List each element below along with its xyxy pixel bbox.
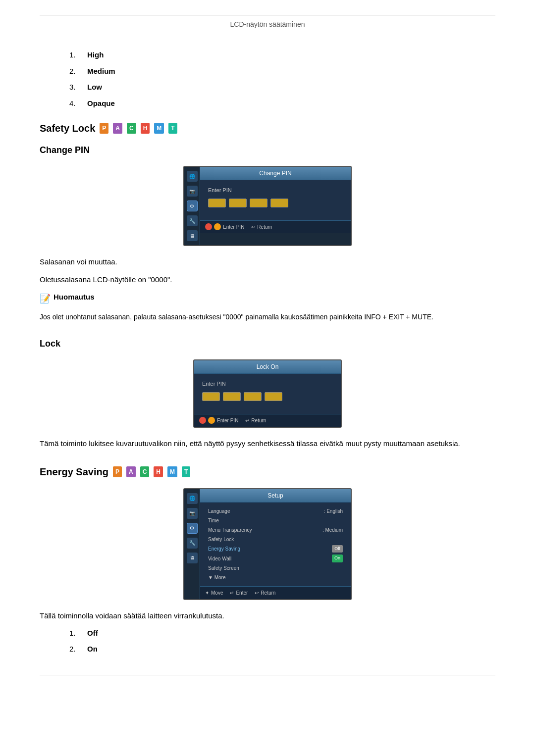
page-footer-border	[40, 675, 495, 675]
energy-saving-badge-off: Off	[332, 545, 343, 553]
lock-footer-enter-label: Enter PIN	[217, 417, 238, 424]
lock-pin-box-4	[265, 392, 282, 401]
setup-val-menu-transparency: : Medium	[322, 526, 343, 534]
energy-list-item-2: 2. On	[69, 644, 495, 655]
page-header: LCD-näytön säätäminen	[40, 15, 495, 40]
sidebar-icon-4: 🔧	[187, 215, 198, 226]
screen-layout: 🌐 📷 ⚙ 🔧 🖥 Change PIN Enter PIN	[184, 167, 351, 245]
setup-return-label: Return	[261, 589, 275, 597]
lock-footer-return-label: Return	[251, 417, 266, 424]
badge-m: M	[154, 123, 164, 134]
setup-row-video-wall: Video Wall On	[204, 554, 347, 563]
setup-screen-body: Language : English Time Menu Transparenc…	[200, 503, 351, 586]
lock-text: Tämä toiminto lukitsee kuvaruutuvalikon …	[40, 438, 495, 450]
energy-saving-section: Energy Saving P A C H M T 🌐 📷 ⚙ 🔧 🖥	[40, 464, 495, 655]
setup-label-video-wall: Video Wall	[208, 555, 231, 562]
enter-pin-label: Enter PIN	[208, 186, 343, 195]
sidebar-icon-5: 🖥	[187, 230, 198, 241]
pin-box-2	[229, 199, 247, 207]
lock-red-circle	[199, 417, 206, 424]
lock-screen-body: Enter PIN	[194, 374, 341, 414]
setup-label-language: Language	[208, 507, 230, 515]
page: LCD-näytön säätäminen 1. High 2. Medium …	[0, 0, 535, 690]
pin-boxes	[208, 199, 343, 207]
list-val: High	[87, 50, 104, 61]
setup-sidebar: 🌐 📷 ⚙ 🔧 🖥	[184, 489, 200, 599]
lock-enter-btn: Enter PIN	[199, 417, 238, 424]
setup-screen-layout: 🌐 📷 ⚙ 🔧 🖥 Setup Language : English	[184, 489, 351, 599]
setup-row-menu-transparency: Menu Transparency : Medium	[204, 525, 347, 535]
setup-sidebar-icon-5: 🖥	[187, 553, 198, 563]
sidebar-icon-3: ⚙	[187, 201, 198, 211]
es-badge-t: T	[182, 466, 190, 477]
setup-label-energy-saving: Energy Saving	[208, 545, 240, 553]
setup-label-safety-lock: Safety Lock	[208, 536, 234, 543]
lock-section: Lock Lock On Enter PIN	[40, 337, 495, 450]
setup-enter-btn: ↵ Enter	[230, 589, 248, 597]
lock-yellow-circle	[208, 417, 215, 424]
quality-list: 1. High 2. Medium 3. Low 4. Opaque	[40, 50, 495, 109]
setup-footer: ✦ Move ↵ Enter ↩ Return	[200, 586, 351, 599]
note-label: Huomautus	[54, 293, 95, 301]
lock-screen-wrap: Lock On Enter PIN	[40, 359, 495, 428]
screen-footer: Enter PIN ↩ Return	[200, 220, 351, 233]
lock-screen-footer: Enter PIN ↩ Return	[194, 414, 341, 427]
setup-row-more: ▼ More	[204, 573, 347, 582]
es-badge-a: A	[126, 466, 136, 477]
setup-sidebar-icon-3: ⚙	[187, 523, 198, 534]
lock-return-btn: ↩ Return	[245, 417, 266, 424]
sidebar-icon-2: 📷	[187, 186, 198, 197]
setup-row-safety-screen: Safety Screen	[204, 563, 347, 573]
list-num: 4.	[69, 98, 79, 109]
setup-label-more: ▼ More	[208, 574, 225, 581]
pin-box-3	[250, 199, 268, 207]
energy-list-num-1: 1.	[69, 628, 79, 639]
setup-row-language: Language : English	[204, 506, 347, 516]
list-val: Low	[87, 82, 102, 93]
list-item: 3. Low	[69, 82, 495, 93]
setup-move-icon: ✦	[205, 589, 209, 597]
es-badge-h: H	[154, 466, 163, 477]
change-pin-text1: Salasanan voi muuttaa.	[40, 256, 495, 268]
lock-screen-title: Lock On	[194, 360, 341, 374]
setup-label-safety-screen: Safety Screen	[208, 564, 239, 572]
change-pin-section: Change PIN 🌐 📷 ⚙ 🔧 🖥	[40, 144, 495, 322]
screen-body: Enter PIN	[200, 180, 351, 220]
list-val: Opaque	[87, 98, 115, 109]
pin-box-4	[270, 199, 288, 207]
setup-return-btn: ↩ Return	[255, 589, 275, 597]
energy-list: 1. Off 2. On	[40, 628, 495, 655]
setup-return-icon: ↩	[255, 589, 259, 597]
setup-enter-label: Enter	[236, 589, 248, 597]
badge-h: H	[141, 123, 150, 134]
setup-move-btn: ✦ Move	[205, 589, 223, 597]
note-box: 📝 Huomautus	[40, 292, 495, 305]
yellow-circle	[214, 223, 221, 230]
list-item: 1. High	[69, 50, 495, 61]
setup-screen-main: Setup Language : English Time M	[200, 489, 351, 599]
es-badge-p: P	[113, 466, 122, 477]
badge-c: C	[127, 123, 136, 134]
change-pin-text2: Oletussalasana LCD-näytölle on "0000".	[40, 274, 495, 286]
setup-screen-title: Setup	[200, 489, 351, 503]
energy-list-num-2: 2.	[69, 644, 79, 655]
note-text: Jos olet unohtanut salasanan, palauta sa…	[40, 311, 495, 322]
badge-t: T	[168, 123, 177, 134]
screen-main: Change PIN Enter PIN	[200, 167, 351, 245]
setup-screen-wrap: 🌐 📷 ⚙ 🔧 🖥 Setup Language : English	[40, 488, 495, 600]
badge-a: A	[113, 123, 122, 134]
enter-btn: Enter PIN	[205, 223, 244, 231]
note-icon: 📝	[40, 292, 51, 305]
list-item: 2. Medium	[69, 66, 495, 77]
lock-pin-box-2	[223, 392, 241, 401]
list-num: 1.	[69, 50, 79, 61]
red-circle	[205, 223, 212, 230]
setup-row-energy-saving: Energy Saving Off	[204, 544, 347, 554]
lock-return-icon: ↩	[245, 417, 249, 424]
list-num: 2.	[69, 66, 79, 77]
energy-saving-title: Energy Saving	[40, 464, 108, 479]
lock-pin-boxes	[202, 392, 333, 401]
energy-list-item-1: 1. Off	[69, 628, 495, 639]
lock-heading: Lock	[40, 337, 495, 351]
page-title: LCD-näytön säätäminen	[230, 20, 305, 28]
